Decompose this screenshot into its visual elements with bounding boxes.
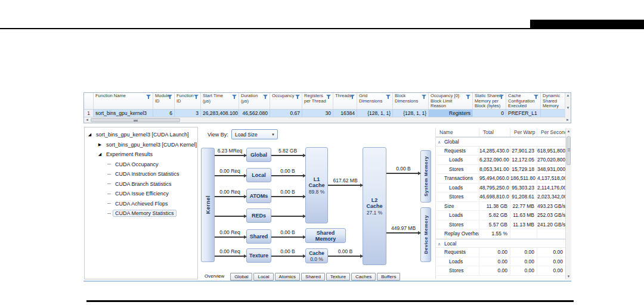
filter-funnel-icon[interactable]: [168, 94, 173, 99]
scroll-up-icon[interactable]: ▲: [565, 94, 571, 97]
filter-funnel-icon[interactable]: [295, 94, 301, 99]
filter-funnel-icon[interactable]: [386, 94, 391, 99]
tab-atomics[interactable]: Atomics: [275, 273, 300, 281]
column-header[interactable]: Function ID: [175, 93, 201, 109]
table-cell[interactable]: sort_bins_gpu_kernel3: [94, 110, 153, 117]
stats-column-header[interactable]: Name: [436, 128, 479, 136]
texcache-to-l2-connector: [328, 256, 363, 257]
stats-row[interactable]: Stores46,698,810.091,208.612,023,342,00: [436, 192, 571, 202]
collapse-icon[interactable]: ◢: [97, 152, 103, 157]
tab-buffers[interactable]: Buffers: [377, 273, 400, 281]
tree-item[interactable]: CUDA Memory Statistics: [85, 208, 197, 219]
table-cell[interactable]: [541, 110, 566, 117]
tree-item[interactable]: ◢sort_bins_gpu_kernel3 [CUDA Launch]: [85, 130, 197, 140]
scroll-left-icon[interactable]: ◄: [84, 117, 90, 123]
stats-row[interactable]: Loads6,232,090.0012,172.05270,020,800.: [436, 155, 571, 165]
hscroll-thumb[interactable]: [91, 118, 180, 122]
stats-row[interactable]: Requests14,285,430.027,901.23618,951,800…: [436, 147, 571, 156]
table-cell[interactable]: {128, 1, 1}: [393, 110, 429, 117]
filter-funnel-icon[interactable]: [422, 94, 427, 99]
tree-connector: [107, 213, 111, 214]
filter-funnel-icon[interactable]: [350, 94, 355, 99]
stats-column-header[interactable]: Total: [479, 128, 510, 136]
tab-caches[interactable]: Caches: [351, 273, 376, 281]
table-cell[interactable]: 3: [175, 110, 201, 117]
filter-funnel-icon[interactable]: [194, 94, 199, 99]
expand-icon[interactable]: ▶: [97, 142, 103, 147]
stat-value-cell: 46,698,810.0: [479, 192, 510, 201]
kernel-table-row[interactable]: 1sort_bins_gpu_kernel36326,283,408.10046…: [84, 110, 571, 117]
stats-row[interactable]: Replay Overhead1.55 %: [436, 229, 571, 239]
column-header[interactable]: Threads: [333, 93, 357, 109]
table-cell[interactable]: PREFER_L1: [506, 110, 541, 117]
table-cell[interactable]: 0: [473, 110, 506, 117]
column-header[interactable]: Dynamic Shared Memory per Block (bytes): [541, 93, 566, 109]
tab-overview[interactable]: Overview: [200, 272, 229, 281]
stats-column-header[interactable]: Per Second: [537, 128, 566, 136]
column-header[interactable]: Registers per Thread: [302, 93, 333, 109]
filter-funnel-icon[interactable]: [146, 94, 151, 99]
table-cell[interactable]: {128, 1, 1}: [357, 110, 393, 117]
filter-funnel-icon[interactable]: [534, 94, 539, 99]
scroll-right-icon[interactable]: ►: [565, 117, 571, 123]
stats-row[interactable]: Loads0.000.000.00: [436, 257, 571, 267]
filter-funnel-icon[interactable]: [263, 94, 268, 99]
table-cell[interactable]: 16384: [333, 110, 357, 117]
stats-row[interactable]: Stores0.000.000.00: [436, 266, 571, 276]
filter-funnel-icon[interactable]: [466, 94, 471, 99]
stats-group-row[interactable]: ∧Global: [436, 137, 571, 147]
column-header[interactable]: Grid Dimensions: [357, 93, 393, 109]
table-cell[interactable]: 0.67: [270, 110, 302, 117]
column-header[interactable]: Cache Configuration Executed: [506, 93, 541, 109]
table-cell[interactable]: 30: [302, 110, 333, 117]
tree-item[interactable]: CUDA Branch Statistics: [85, 179, 197, 189]
row-number-cell[interactable]: 1: [84, 110, 94, 117]
kernel-table-vscrollbar[interactable]: ▲ ▼: [565, 93, 571, 118]
column-header[interactable]: Duration (µs): [239, 93, 270, 109]
collapse-group-icon[interactable]: ∧: [438, 138, 441, 147]
tab-shared[interactable]: Shared: [301, 273, 325, 281]
tab-global[interactable]: Global: [230, 273, 252, 281]
stats-column-header[interactable]: Per Warp: [510, 128, 537, 136]
kernel-table-hscrollbar[interactable]: ◄ ►: [84, 117, 571, 123]
tab-local[interactable]: Local: [253, 273, 273, 281]
tree-item[interactable]: ▶sort_bins_gpu_kernel3 [CUDA Kernel]: [85, 140, 197, 150]
stats-row[interactable]: Stores5.57 GB11.13 MB241.20 GB/s: [436, 220, 571, 230]
tree-item[interactable]: ◢Experiment Results: [85, 150, 197, 160]
filter-funnel-icon[interactable]: [232, 94, 237, 99]
view-by-dropdown[interactable]: Load Size ▼: [231, 129, 278, 139]
scroll-down-icon[interactable]: ▼: [566, 275, 571, 278]
tree-item[interactable]: CUDA Achieved Flops: [85, 199, 197, 209]
table-cell[interactable]: 6: [153, 110, 175, 117]
stats-group-row[interactable]: ∧Local: [436, 239, 571, 248]
collapse-group-icon[interactable]: ∧: [438, 239, 441, 248]
stats-row[interactable]: Requests0.000.000.00: [436, 248, 571, 257]
tab-texture[interactable]: Texture: [326, 273, 350, 281]
scroll-up-icon[interactable]: ▲: [566, 129, 571, 133]
tree-item[interactable]: CUDA Issue Efficiency: [85, 189, 197, 199]
filter-funnel-icon[interactable]: [499, 94, 504, 99]
stats-row[interactable]: Transactions95,494,060.0186,511.804,137,…: [436, 174, 571, 183]
filter-funnel-icon[interactable]: [326, 94, 332, 99]
stats-row[interactable]: Size11.38 GB22.77 MB493.23 GB/s: [436, 202, 571, 211]
vscroll-thumb[interactable]: [566, 136, 571, 165]
column-header[interactable]: Function Name: [94, 93, 153, 109]
column-header[interactable]: Module ID: [153, 93, 175, 109]
scroll-down-icon[interactable]: ▼: [565, 106, 571, 110]
table-cell[interactable]: 26,283,408.100: [201, 110, 239, 117]
column-header[interactable]: Static Shared Memory per Block (bytes): [473, 93, 506, 109]
column-header[interactable]: Start Time (µs): [201, 93, 239, 109]
stats-vscrollbar[interactable]: ▲ ▼: [565, 128, 571, 279]
stats-row[interactable]: Loads48,795,250.095,303.232,114,176,00: [436, 183, 571, 193]
column-header[interactable]: Occupancy: [270, 93, 302, 109]
table-cell[interactable]: Registers: [429, 110, 473, 117]
tree-item[interactable]: CUDA Occupancy: [85, 160, 197, 170]
column-header[interactable]: Occupancy [0]: Block Limit Reason: [429, 93, 473, 109]
column-header[interactable]: Block Dimensions: [393, 93, 429, 109]
table-cell[interactable]: 46,562.080: [239, 110, 270, 117]
collapse-icon[interactable]: ◢: [87, 132, 92, 137]
stats-row[interactable]: Loads5.82 GB11.63 MB252.03 GB/s: [436, 211, 571, 220]
column-header[interactable]: [84, 93, 94, 109]
tree-item[interactable]: CUDA Instruction Statistics: [85, 169, 197, 179]
stats-row[interactable]: Stores8,053,341.0015,729.18348,931,000.: [436, 165, 571, 175]
